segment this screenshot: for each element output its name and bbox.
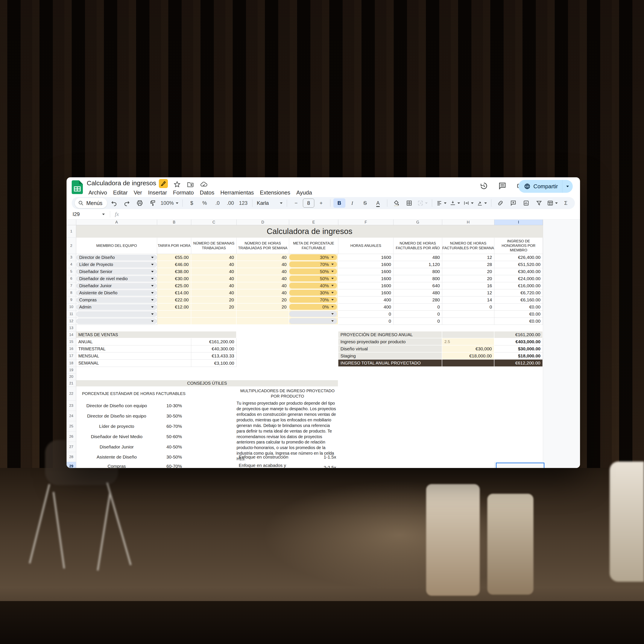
row-number-13[interactable]: 13 bbox=[67, 325, 76, 331]
income-cell[interactable]: €0.00 bbox=[494, 318, 543, 325]
member-cell[interactable]: Director de Diseño bbox=[76, 254, 157, 261]
row-number-27[interactable]: 27 bbox=[67, 442, 76, 452]
consejo-rol[interactable]: Compras bbox=[76, 462, 157, 468]
member-dropdown[interactable]: Director de Diseño bbox=[76, 255, 157, 260]
paint-format-button[interactable] bbox=[147, 198, 159, 208]
rate-cell[interactable]: €46.00 bbox=[157, 261, 191, 268]
decrease-decimals-button[interactable]: .0 bbox=[211, 198, 223, 208]
consejo-rol[interactable]: Asistente de Diseño bbox=[76, 452, 157, 462]
consejo-rol[interactable]: Diseñador Junior bbox=[76, 442, 157, 452]
strikethrough-button[interactable]: S bbox=[359, 198, 371, 208]
member-dropdown[interactable]: Admin bbox=[76, 304, 157, 310]
billable-year-cell[interactable]: 280 bbox=[393, 296, 442, 304]
name-box[interactable]: I29 bbox=[69, 211, 108, 217]
annual-hours-cell[interactable]: 1600 bbox=[338, 282, 393, 289]
income-cell[interactable]: €6,160.00 bbox=[494, 296, 543, 304]
pct-dropdown[interactable]: 70% bbox=[289, 261, 337, 267]
column-header-h[interactable]: H bbox=[442, 220, 494, 225]
table-views-button[interactable] bbox=[546, 198, 559, 208]
header-tarifa[interactable]: TARIFA POR HORA bbox=[157, 238, 191, 254]
billable-week-cell[interactable]: 0 bbox=[442, 304, 494, 311]
proyeccion-input[interactable]: 2.5 bbox=[442, 338, 494, 345]
pct-dropdown[interactable]: 50% bbox=[289, 276, 337, 281]
column-header-i[interactable]: I bbox=[494, 220, 543, 225]
member-dropdown[interactable]: Líder de Proyecto bbox=[76, 262, 157, 267]
empty-cell[interactable] bbox=[191, 387, 237, 401]
weeks-cell[interactable]: 40 bbox=[191, 275, 237, 282]
row-number-19[interactable]: 19 bbox=[67, 367, 76, 374]
billable-year-cell[interactable]: 480 bbox=[393, 289, 442, 296]
income-cell[interactable]: €0.00 bbox=[494, 304, 543, 311]
text-wrap-button[interactable] bbox=[462, 198, 475, 208]
income-cell[interactable]: €51,520.00 bbox=[494, 261, 543, 268]
annual-hours-cell[interactable]: 1600 bbox=[338, 268, 393, 275]
empty-cell[interactable] bbox=[237, 360, 338, 367]
pct-cell[interactable]: 50% bbox=[289, 275, 338, 282]
hours-week-cell[interactable]: 40 bbox=[237, 254, 289, 261]
menu-ver[interactable]: Ver bbox=[131, 188, 145, 197]
functions-button[interactable]: Σ bbox=[560, 198, 572, 208]
row-number-18[interactable]: 18 bbox=[67, 360, 76, 367]
multiplicadores-paragraph[interactable]: Tu ingreso proyectado por producto depen… bbox=[237, 401, 337, 452]
merge-cells-button[interactable] bbox=[416, 198, 429, 208]
sheets-logo-icon[interactable] bbox=[72, 180, 83, 194]
billable-week-cell[interactable]: 12 bbox=[442, 254, 494, 261]
bold-button[interactable]: B bbox=[333, 198, 345, 208]
row-number-6[interactable]: 6 bbox=[67, 275, 76, 282]
empty-cell[interactable] bbox=[237, 331, 338, 338]
member-dropdown[interactable]: Diseñador Senior bbox=[76, 269, 157, 275]
pct-cell[interactable]: 70% bbox=[289, 261, 338, 268]
empty-row[interactable] bbox=[76, 325, 543, 331]
version-history-icon[interactable] bbox=[480, 182, 488, 190]
share-button[interactable]: Compartir bbox=[518, 180, 573, 193]
menu-insertar[interactable]: Insertar bbox=[145, 188, 170, 197]
empty-cell[interactable] bbox=[338, 380, 543, 387]
member-cell[interactable]: Diseñador Junior bbox=[76, 282, 157, 289]
consejo-pct[interactable]: 30-50% bbox=[157, 452, 191, 462]
rate-cell[interactable]: €14.00 bbox=[157, 289, 191, 296]
empty-cell[interactable] bbox=[237, 345, 338, 352]
metas-value[interactable]: €3,100.00 bbox=[191, 360, 237, 367]
annual-hours-cell[interactable]: 400 bbox=[338, 296, 393, 304]
proyeccion-total-value[interactable]: €612,200.00 bbox=[494, 360, 543, 367]
member-dropdown[interactable]: Asistente de Diseño bbox=[76, 290, 157, 296]
column-header-c[interactable]: C bbox=[191, 220, 237, 225]
income-cell[interactable]: €0.00 bbox=[494, 311, 543, 318]
rate-cell[interactable] bbox=[157, 311, 191, 318]
hours-week-cell[interactable]: 40 bbox=[237, 268, 289, 275]
move-folder-icon[interactable] bbox=[187, 181, 194, 188]
percent-format-button[interactable]: % bbox=[199, 198, 211, 208]
income-cell[interactable]: €26,400.00 bbox=[494, 254, 543, 261]
consejo-pct[interactable]: 30-50% bbox=[157, 411, 191, 421]
empty-cell[interactable] bbox=[237, 338, 338, 345]
proyeccion-total-mid[interactable] bbox=[442, 360, 494, 367]
italic-button[interactable]: I bbox=[346, 198, 358, 208]
row-number-2[interactable]: 2 bbox=[67, 238, 76, 254]
increase-font-size-button[interactable]: + bbox=[315, 198, 327, 208]
hours-week-cell[interactable]: 20 bbox=[237, 296, 289, 304]
metas-value[interactable]: €40,300.00 bbox=[191, 345, 237, 352]
row-number-11[interactable]: 11 bbox=[67, 311, 76, 318]
pct-cell[interactable]: 30% bbox=[289, 254, 338, 261]
weeks-cell[interactable]: 40 bbox=[191, 268, 237, 275]
weeks-cell[interactable] bbox=[191, 318, 237, 325]
hours-week-cell[interactable]: 40 bbox=[237, 289, 289, 296]
proyeccion-label[interactable]: Diseño virtual bbox=[338, 345, 442, 352]
pct-dropdown[interactable] bbox=[289, 318, 337, 324]
proyeccion-header-input[interactable] bbox=[442, 331, 494, 338]
pct-cell[interactable]: 50% bbox=[289, 268, 338, 275]
billable-week-cell[interactable] bbox=[442, 318, 494, 325]
billable-year-cell[interactable]: 640 bbox=[393, 282, 442, 289]
billable-week-cell[interactable]: 16 bbox=[442, 282, 494, 289]
annual-hours-cell[interactable]: 0 bbox=[338, 318, 393, 325]
row-number-9[interactable]: 9 bbox=[67, 296, 76, 304]
member-dropdown[interactable] bbox=[76, 318, 157, 324]
column-header-a[interactable]: A bbox=[76, 220, 157, 225]
number-format-button[interactable]: 123 bbox=[237, 198, 249, 208]
consejo-rol[interactable]: Director de Diseño con equipo bbox=[76, 401, 157, 411]
header-horas-anuales[interactable]: HORAS ANUALES bbox=[338, 238, 393, 254]
column-header-e[interactable]: E bbox=[289, 220, 338, 225]
billable-year-cell[interactable]: 0 bbox=[393, 318, 442, 325]
metas-label[interactable]: ANUAL bbox=[76, 338, 191, 345]
consejo-rol[interactable]: Diseñador de Nivel Medio bbox=[76, 431, 157, 442]
